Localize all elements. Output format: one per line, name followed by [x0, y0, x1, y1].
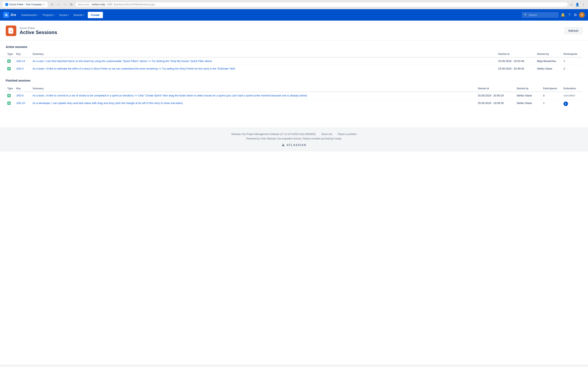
col-type-active: Type: [6, 51, 15, 57]
col-key-finished: Key: [15, 85, 31, 92]
finished-key-cell-1: JAD-10: [15, 100, 31, 108]
col-participants-active: Participants: [562, 51, 582, 57]
footer-license: Powered by a free Atlassian Jira evaluat…: [5, 137, 583, 140]
search-icon: 🔍: [524, 13, 527, 17]
search-bar[interactable]: 🔍 Search: [522, 12, 559, 18]
summary-link[interactable]: As a developer, I can update story and t…: [33, 101, 183, 105]
jira-logo-text: Jira: [10, 13, 16, 17]
col-summary-active: Summary: [31, 51, 497, 57]
footer-dot-1: ·: [318, 133, 319, 136]
active-sessions-table: Type Key Summary Started at Started by P…: [6, 51, 582, 72]
active-participants-0: 1: [562, 57, 582, 65]
about-jira-link[interactable]: About Jira: [321, 133, 332, 136]
scrum-poker-logo: ♠: [6, 25, 16, 36]
page-app-name: Scrum Poker: [20, 26, 57, 30]
jira-logo[interactable]: Jira: [3, 12, 16, 18]
finished-sessions-header-row: Type Key Summary Started at Started by P…: [6, 85, 582, 92]
finished-sessions-table: Type Key Summary Started at Started by P…: [6, 85, 582, 108]
col-key-active: Key: [15, 51, 31, 57]
report-problem-link[interactable]: Report a problem: [338, 133, 357, 136]
tab-close-button[interactable]: ×: [43, 3, 45, 6]
page-header: ♠ Scrum Poker Active Sessions Refresh: [0, 21, 588, 40]
col-participants-finished: Participants: [541, 85, 562, 92]
active-started-at-1: 25.09.2018 - 20:49:45: [497, 65, 535, 73]
finished-started-at-0: 25.09.2018 - 20:56:20: [476, 92, 515, 100]
settings-button[interactable]: ⚙: [572, 12, 578, 18]
page-title: Active Sessions: [20, 30, 57, 35]
footer-version: Atlassian Jira Project Management Softwa…: [231, 133, 316, 136]
col-type-finished: Type: [6, 85, 15, 92]
issue-key-link[interactable]: JAD-5: [16, 94, 24, 97]
col-started-at-active: Started at: [497, 51, 535, 57]
active-type-cell-0: [6, 57, 15, 65]
table-row: JAD-10As a developer, I can update story…: [6, 100, 582, 108]
user-avatar[interactable]: S: [579, 12, 585, 18]
jira-navbar: Jira Dashboards ▾ Projects ▾ Issues ▾ Bo…: [0, 9, 588, 21]
new-tab-button[interactable]: +: [49, 2, 55, 7]
summary-link[interactable]: As a user, I can find important items on…: [33, 59, 212, 63]
page-header-left: ♠ Scrum Poker Active Sessions: [6, 25, 57, 36]
footer-links: Atlassian Jira Project Management Softwa…: [5, 133, 583, 136]
active-started-by-0: Maja Musterfrau: [535, 57, 562, 65]
table-row: JAD-4As a team, I'd like to estimate the…: [6, 65, 582, 73]
main-area: Active sessions Type Key Summary Started…: [0, 40, 588, 119]
active-summary-cell-1: As a team, I'd like to estimate the effo…: [31, 65, 497, 73]
footer-dot-2: ·: [335, 133, 335, 136]
create-button[interactable]: Create: [88, 12, 103, 18]
active-key-cell-0: JAD-14: [15, 57, 31, 65]
profile-button[interactable]: 👤: [575, 2, 580, 7]
issue-type-icon: [7, 59, 11, 63]
svg-text:♠: ♠: [11, 30, 12, 33]
atlassian-logo: ATLASSIAN: [5, 143, 583, 147]
finished-summary-cell-0: As a team, I'd like to commit to a set o…: [31, 92, 476, 100]
help-button[interactable]: ?: [567, 12, 572, 18]
issue-key-link[interactable]: JAD-14: [16, 59, 25, 63]
menu-button[interactable]: ⋮: [581, 2, 586, 7]
active-started-at-0: 25.09.2018 - 20:52:46: [497, 57, 535, 65]
col-estimation-finished: Estimation: [562, 85, 582, 92]
issue-type-icon: [7, 101, 11, 105]
dashboards-chevron: ▾: [37, 14, 38, 16]
tab-favicon: [5, 3, 8, 6]
active-type-cell-1: [6, 65, 15, 73]
url-port: :2990: [106, 3, 112, 6]
issue-key-link[interactable]: JAD-4: [16, 67, 24, 70]
forward-button[interactable]: →: [63, 2, 68, 7]
url-path: /jira/secure/ScrumPokerSessions.jspa: [114, 3, 155, 6]
active-started-by-1: Stefan Glase: [535, 65, 562, 73]
search-placeholder: Search: [528, 13, 537, 17]
back-button[interactable]: ←: [56, 2, 61, 7]
finished-summary-cell-1: As a developer, I can update story and t…: [31, 100, 476, 108]
active-sessions-header-row: Type Key Summary Started at Started by P…: [6, 51, 582, 57]
nav-projects[interactable]: Projects ▾: [41, 12, 56, 18]
nav-dashboards[interactable]: Dashboards ▾: [19, 12, 40, 18]
active-key-cell-1: JAD-4: [15, 65, 31, 73]
refresh-button[interactable]: Refresh: [564, 27, 582, 34]
nav-issues[interactable]: Issues ▾: [57, 12, 71, 18]
estimation-cancelled: cancelled: [563, 94, 575, 97]
summary-link[interactable]: As a team, I'd like to commit to a set o…: [33, 94, 307, 97]
nav-boards[interactable]: Boards ▾: [72, 12, 86, 18]
table-row: JAD-5As a team, I'd like to commit to a …: [6, 92, 582, 100]
url-host: stefans-mbp: [92, 3, 105, 6]
finished-started-by-0: Stefan Glase: [515, 92, 541, 100]
browser-tab[interactable]: Scrum Poker - Your Company ×: [2, 2, 48, 7]
summary-link[interactable]: As a team, I'd like to estimate the effo…: [33, 67, 235, 70]
finished-sessions-title: Finished sessions: [6, 79, 582, 82]
issues-chevron: ▾: [68, 14, 69, 16]
projects-chevron: ▾: [53, 14, 54, 16]
active-summary-cell-0: As a user, I can find important items on…: [31, 57, 497, 65]
notifications-button[interactable]: 🔔: [559, 12, 566, 18]
finished-participants-0: 0: [541, 92, 562, 100]
page-content: ♠ Scrum Poker Active Sessions Refresh Ac…: [0, 21, 588, 364]
issue-type-icon: [7, 67, 11, 70]
refresh-browser-button[interactable]: ↻: [69, 2, 73, 7]
browser-actions: ☆ 👤 ⋮: [570, 2, 586, 7]
active-sessions-title: Active sessions: [6, 45, 582, 49]
address-bar[interactable]: Nicht sicher stefans-mbp:2990/jira/secur…: [75, 2, 568, 7]
bookmark-button[interactable]: ☆: [570, 2, 573, 7]
table-row: JAD-14As a user, I can find important it…: [6, 57, 582, 65]
issue-key-link[interactable]: JAD-10: [16, 101, 25, 105]
finished-started-at-1: 25.09.2018 - 19:58:35: [476, 100, 515, 108]
issue-type-icon: [7, 94, 11, 97]
